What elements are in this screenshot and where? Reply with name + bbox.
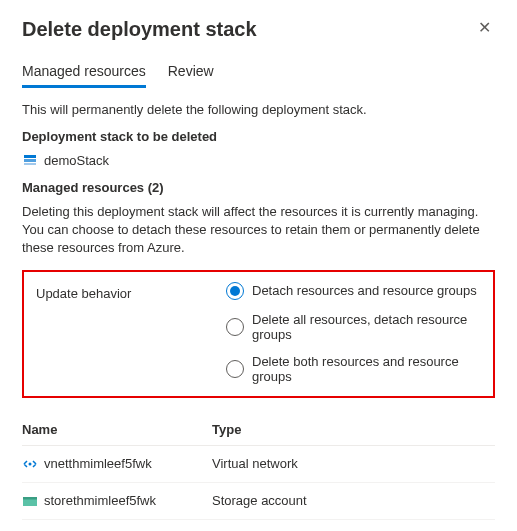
radio-delete-both[interactable]: Delete both resources and resource group…: [226, 354, 481, 384]
svg-rect-2: [24, 163, 36, 165]
svg-point-3: [29, 462, 32, 465]
column-header-name[interactable]: Name: [22, 422, 212, 437]
radio-icon: [226, 282, 244, 300]
tab-review[interactable]: Review: [168, 63, 214, 88]
resources-table: Name Type vnetthmimleef5fwk Virtual netw…: [22, 414, 495, 520]
column-header-type[interactable]: Type: [212, 422, 495, 437]
managed-heading: Managed resources (2): [22, 180, 495, 195]
resource-type: Virtual network: [212, 456, 495, 471]
svg-rect-5: [23, 497, 37, 500]
radio-label: Detach resources and resource groups: [252, 283, 477, 298]
radio-detach-resources[interactable]: Detach resources and resource groups: [226, 282, 481, 300]
radio-icon: [226, 318, 244, 336]
table-row: storethmimleef5fwk Storage account: [22, 483, 495, 520]
resource-name[interactable]: vnetthmimleef5fwk: [44, 456, 152, 471]
stack-name: demoStack: [44, 153, 109, 168]
radio-icon: [226, 360, 244, 378]
managed-warning: Deleting this deployment stack will affe…: [22, 203, 495, 258]
stack-icon: [22, 152, 38, 168]
tab-managed-resources[interactable]: Managed resources: [22, 63, 146, 88]
storage-icon: [22, 493, 38, 509]
radio-label: Delete both resources and resource group…: [252, 354, 481, 384]
vnet-icon: [22, 456, 38, 472]
radio-label: Delete all resources, detach resource gr…: [252, 312, 481, 342]
svg-rect-0: [24, 155, 36, 158]
intro-text: This will permanently delete the followi…: [22, 102, 495, 117]
stack-heading: Deployment stack to be deleted: [22, 129, 495, 144]
close-icon[interactable]: ✕: [474, 18, 495, 38]
svg-rect-1: [24, 159, 36, 162]
radio-delete-resources-detach-groups[interactable]: Delete all resources, detach resource gr…: [226, 312, 481, 342]
table-row: vnetthmimleef5fwk Virtual network: [22, 446, 495, 483]
dialog-title: Delete deployment stack: [22, 18, 257, 41]
update-behavior-group: Update behavior Detach resources and res…: [22, 270, 495, 398]
resource-name[interactable]: storethmimleef5fwk: [44, 493, 156, 508]
tab-bar: Managed resources Review: [22, 63, 495, 88]
update-behavior-label: Update behavior: [36, 282, 226, 384]
resource-type: Storage account: [212, 493, 495, 508]
